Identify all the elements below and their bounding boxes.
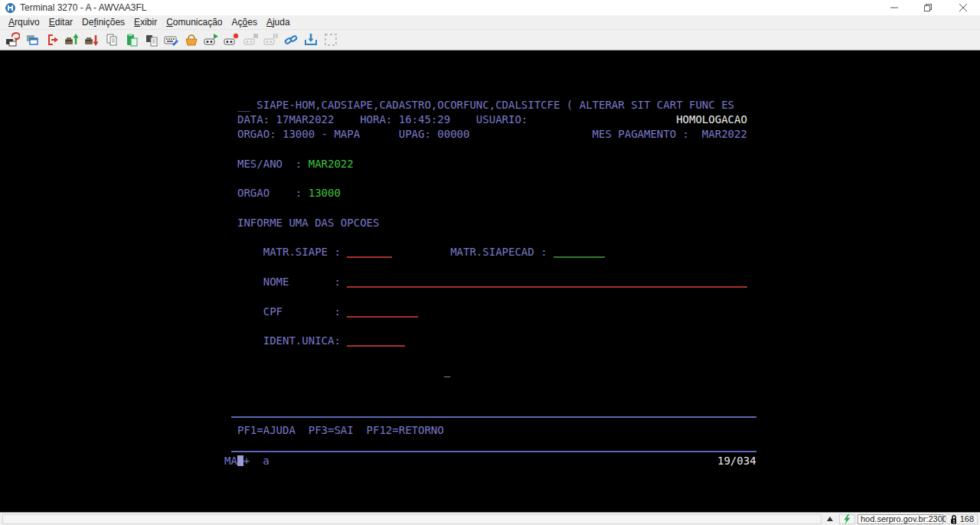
menubar: Arquivo Editar Definições Exibir Comunic… xyxy=(0,15,980,30)
paste-icon xyxy=(124,32,139,47)
app-icon xyxy=(5,3,15,13)
collapse-arrow-icon xyxy=(826,516,834,522)
copy-button[interactable] xyxy=(102,31,122,49)
receive-file-icon xyxy=(84,32,100,47)
separator-line-top xyxy=(231,416,756,418)
menu-definicoes[interactable]: Definições xyxy=(77,16,129,28)
macro-play-button[interactable] xyxy=(201,31,221,49)
macro-record-icon xyxy=(224,32,239,47)
host-address-panel: hod.serpro.gov.br:23000 xyxy=(858,514,943,524)
cpf-row: CPF : xyxy=(237,305,418,319)
matr-siape-field[interactable] xyxy=(347,247,392,258)
toolbar xyxy=(0,30,980,51)
copy-append-button[interactable] xyxy=(142,31,162,49)
mes-ano-value: MAR2022 xyxy=(309,158,354,170)
pf-keys-line: PF1=AJUDA PF3=SAI PF12=RETORNO xyxy=(237,423,444,438)
close-icon xyxy=(959,4,967,11)
duplicate-window-icon xyxy=(24,32,40,47)
macro-pause-button[interactable] xyxy=(261,31,281,49)
paste-button[interactable] xyxy=(122,31,142,49)
minimize-icon xyxy=(890,4,898,11)
path-line: __ SIAPE-HOM,CADSIAPE,CADASTRO,OCORFUNC,… xyxy=(237,98,734,112)
statusbar: hod.serpro.gov.br:23000 168 xyxy=(0,512,980,525)
statusbar-message-area xyxy=(2,514,822,524)
ident-unica-row: IDENT.UNICA: xyxy=(237,334,405,348)
oia-status: MA+ a xyxy=(224,454,270,468)
environment-label: HOMOLOGACAO xyxy=(676,113,747,126)
cpf-label: CPF : xyxy=(237,305,347,318)
nome-label: NOME : xyxy=(237,276,347,288)
statusbar-collapse-button[interactable] xyxy=(823,514,837,524)
color-settings-button[interactable] xyxy=(181,31,201,49)
hyperlink-button[interactable] xyxy=(281,31,301,49)
macro-stop-icon xyxy=(243,32,259,47)
oia-flags: + a xyxy=(243,455,270,467)
hyperlink-icon xyxy=(283,32,299,47)
new-session-button[interactable] xyxy=(2,31,22,49)
matr-siape-label: MATR.SIAPE : xyxy=(237,246,347,258)
text-cursor: _ xyxy=(444,364,450,377)
disconnect-button[interactable] xyxy=(42,31,62,49)
nome-row: NOME : xyxy=(237,275,747,289)
close-button[interactable] xyxy=(946,0,980,15)
titlebar: Terminal 3270 - A - AWVAA3FL xyxy=(0,0,980,15)
connection-status-panel xyxy=(839,514,855,524)
ident-unica-field[interactable] xyxy=(347,336,405,347)
mes-ano-row: MES/ANO : MAR2022 xyxy=(237,157,354,171)
matricula-row: MATR.SIAPE : MATR.SIAPECAD : xyxy=(237,245,605,259)
new-session-icon xyxy=(5,32,20,47)
send-file-button[interactable] xyxy=(62,31,82,49)
macro-stop-button[interactable] xyxy=(241,31,261,49)
macro-play-icon xyxy=(204,32,219,47)
oia-block-cursor xyxy=(237,455,243,466)
keyboard-remap-button[interactable] xyxy=(162,31,181,49)
orgao-label: ORGAO : xyxy=(237,187,309,199)
disconnect-icon xyxy=(44,32,60,47)
terminal-screen[interactable]: __ SIAPE-HOM,CADSIAPE,CADASTRO,OCORFUNC,… xyxy=(0,51,980,512)
restore-icon xyxy=(924,4,933,12)
cursor-row: _ xyxy=(237,364,450,378)
keyboard-remap-icon xyxy=(164,32,179,47)
menu-comunicacao[interactable]: Comunicação xyxy=(162,16,227,28)
menu-editar[interactable]: Editar xyxy=(44,16,77,28)
terminal-3270-window: Terminal 3270 - A - AWVAA3FL Arquivo Edi… xyxy=(0,0,980,525)
matr-siapecad-label: MATR.SIAPECAD : xyxy=(392,246,554,258)
orgao-header-line: ORGAO: 13000 - MAPA UPAG: 00000 MES PAGA… xyxy=(237,127,747,142)
receive-file-button[interactable] xyxy=(82,31,102,49)
orgao-row: ORGAO : 13000 xyxy=(237,186,341,201)
menu-ajuda[interactable]: Ajuda xyxy=(262,16,295,28)
import-icon xyxy=(303,32,318,47)
window-title: Terminal 3270 - A - AWVAA3FL xyxy=(20,2,146,13)
copy-append-icon xyxy=(144,32,159,47)
import-button[interactable] xyxy=(301,31,321,49)
duplicate-window-button[interactable] xyxy=(22,31,42,49)
screen-capture-icon xyxy=(323,32,338,47)
minimize-button[interactable] xyxy=(877,0,911,15)
lock-icon xyxy=(949,514,956,524)
prompt-line: INFORME UMA DAS OPCOES xyxy=(237,216,379,230)
separator-line-bottom xyxy=(231,451,756,452)
macro-pause-icon xyxy=(263,32,279,47)
oia-system-indicator: MA xyxy=(224,455,237,467)
screen-capture-button[interactable] xyxy=(321,31,341,49)
send-file-icon xyxy=(64,32,80,47)
restore-button[interactable] xyxy=(911,0,946,15)
menu-arquivo[interactable]: Arquivo xyxy=(4,16,44,28)
matr-siapecad-field[interactable] xyxy=(554,247,605,258)
host-address: hod.serpro.gov.br:23000 xyxy=(861,514,952,523)
cpf-field[interactable] xyxy=(347,307,418,318)
menu-acoes[interactable]: Ações xyxy=(227,16,262,28)
header-datetime: DATA: 17MAR2022 HORA: 16:45:29 USUARIO: xyxy=(237,113,528,126)
connected-lightning-icon xyxy=(843,514,851,524)
header-line: DATA: 17MAR2022 HORA: 16:45:29 USUARIO:H… xyxy=(237,112,747,127)
color-settings-icon xyxy=(184,32,199,47)
macro-record-button[interactable] xyxy=(221,31,241,49)
menu-exibir[interactable]: Exibir xyxy=(129,16,162,28)
mes-ano-label: MES/ANO : xyxy=(237,158,309,170)
cursor-position-indicator: 19/034 xyxy=(717,454,756,468)
ident-unica-label: IDENT.UNICA: xyxy=(237,334,347,347)
nome-field[interactable] xyxy=(347,277,747,288)
copy-icon xyxy=(104,32,119,47)
security-panel: 168 xyxy=(946,514,978,524)
orgao-value: 13000 xyxy=(309,187,341,199)
